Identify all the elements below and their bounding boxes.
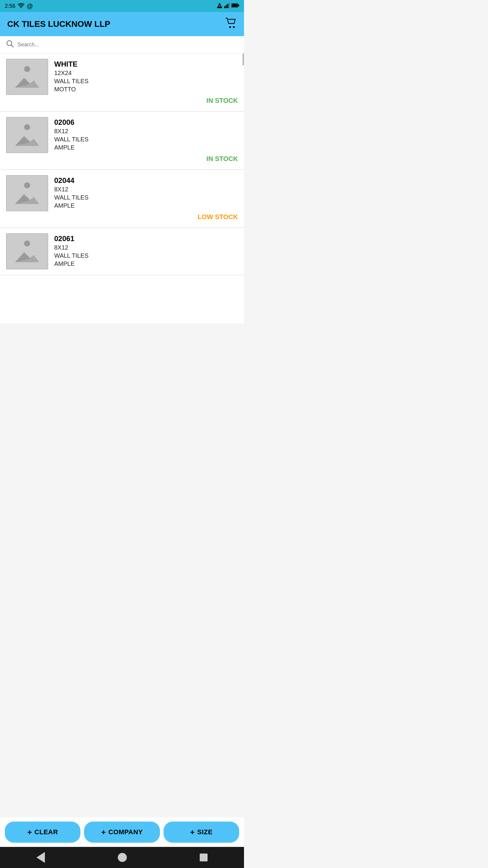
svg-rect-3 <box>224 6 225 8</box>
wifi-icon <box>18 3 24 10</box>
product-details: 02061 8X12 WALL TILES AMPLE <box>54 233 238 267</box>
product-size: 12X24 <box>54 70 238 76</box>
battery-icon <box>231 3 239 9</box>
svg-line-13 <box>11 45 13 47</box>
product-brand: AMPLE <box>54 144 238 151</box>
product-type: WALL TILES <box>54 136 238 143</box>
search-icon <box>6 40 14 50</box>
product-type: WALL TILES <box>54 194 238 201</box>
svg-rect-4 <box>226 5 227 8</box>
search-bar <box>0 36 244 53</box>
stock-status: IN STOCK <box>6 95 238 106</box>
search-input[interactable] <box>18 41 238 48</box>
status-time: 2:56 <box>5 3 15 9</box>
product-item[interactable]: 02044 8X12 WALL TILES AMPLE LOW STOCK <box>0 170 244 228</box>
product-name: 02006 <box>54 118 238 127</box>
product-brand: AMPLE <box>54 202 238 209</box>
product-type: WALL TILES <box>54 252 238 259</box>
svg-rect-5 <box>227 4 228 8</box>
product-size: 8X12 <box>54 128 238 135</box>
svg-point-11 <box>233 26 235 28</box>
status-left: 2:56 @ <box>5 3 33 10</box>
product-list: WHITE 12X24 WALL TILES MOTTO IN STOCK 0 <box>0 53 244 323</box>
product-details: WHITE 12X24 WALL TILES MOTTO <box>54 59 238 93</box>
product-image <box>6 175 48 211</box>
svg-rect-8 <box>238 4 239 6</box>
product-item[interactable]: WHITE 12X24 WALL TILES MOTTO IN STOCK <box>0 53 244 112</box>
product-name: 02044 <box>54 176 238 185</box>
app-title: CK TILES LUCKNOW LLP <box>7 19 110 29</box>
svg-rect-9 <box>232 4 238 7</box>
svg-rect-6 <box>229 3 230 8</box>
app-header: CK TILES LUCKNOW LLP <box>0 12 244 36</box>
product-name: WHITE <box>54 60 238 68</box>
product-size: 8X12 <box>54 244 238 251</box>
product-brand: AMPLE <box>54 260 238 267</box>
product-image <box>6 233 48 270</box>
stock-status: LOW STOCK <box>6 211 238 222</box>
product-type: WALL TILES <box>54 78 238 85</box>
product-image <box>6 59 48 95</box>
product-details: 02006 8X12 WALL TILES AMPLE <box>54 117 238 151</box>
cart-icon[interactable] <box>225 18 237 31</box>
status-bar: 2:56 @ <box>0 0 244 12</box>
product-name: 02061 <box>54 235 238 243</box>
product-item[interactable]: 02006 8X12 WALL TILES AMPLE IN STOCK <box>0 112 244 170</box>
product-details: 02044 8X12 WALL TILES AMPLE <box>54 175 238 209</box>
at-icon: @ <box>27 3 33 10</box>
signal-bars-icon <box>224 3 230 10</box>
product-item[interactable]: 02061 8X12 WALL TILES AMPLE <box>0 228 244 275</box>
signal-icon <box>217 3 222 10</box>
product-size: 8X12 <box>54 186 238 193</box>
svg-point-0 <box>21 7 22 8</box>
product-brand: MOTTO <box>54 86 238 93</box>
product-image <box>6 117 48 153</box>
scrollbar[interactable] <box>242 53 244 65</box>
status-right <box>217 3 239 10</box>
stock-status: IN STOCK <box>6 153 238 164</box>
svg-point-10 <box>229 26 231 28</box>
